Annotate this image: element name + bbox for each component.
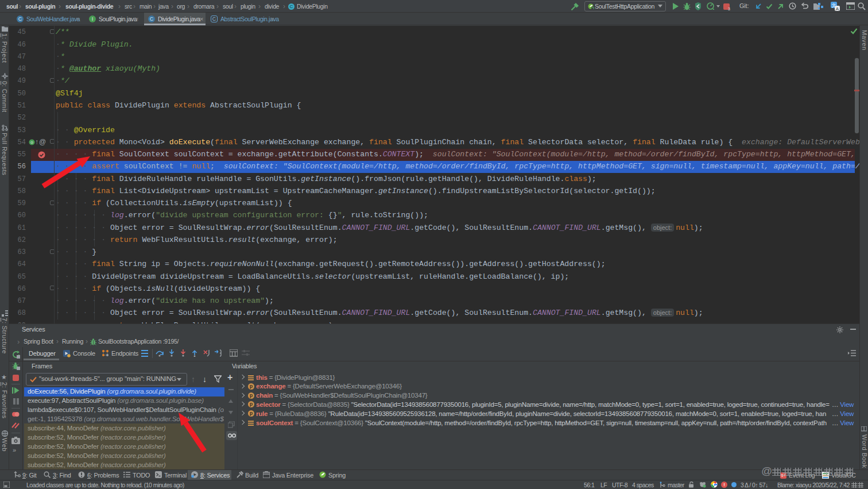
svg-text:o: o <box>30 140 33 145</box>
svg-text:A: A <box>836 6 839 11</box>
